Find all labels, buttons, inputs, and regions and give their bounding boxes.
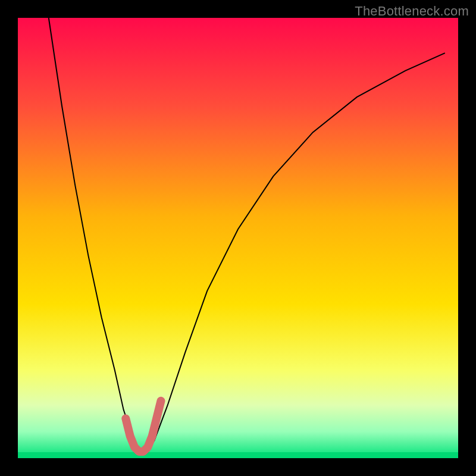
chart-frame: TheBottleneck.com bbox=[0, 0, 476, 476]
plot-background bbox=[18, 18, 458, 458]
ideal-zone-strip bbox=[18, 452, 458, 458]
chart-svg bbox=[0, 0, 476, 476]
watermark-text: TheBottleneck.com bbox=[355, 4, 469, 19]
